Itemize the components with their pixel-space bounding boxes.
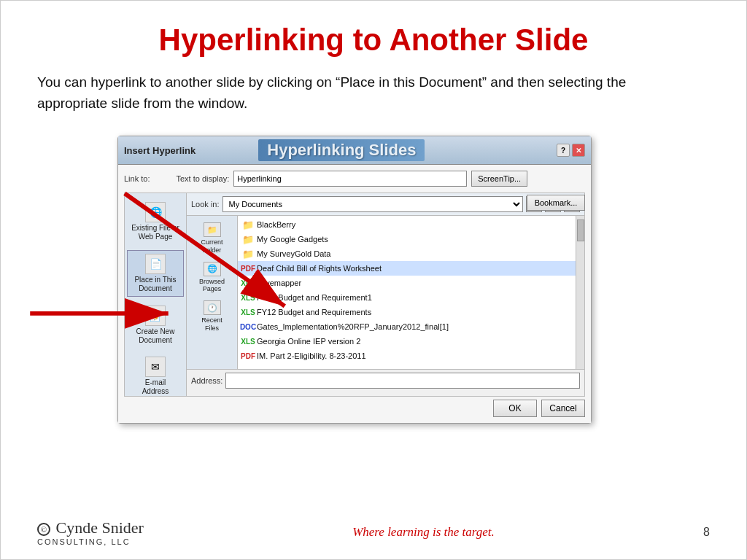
file-item-im-part2[interactable]: PDF IM. Part 2-Eligibility. 8-23-2011: [238, 349, 576, 363]
address-label: Address:: [191, 376, 222, 385]
dialog-blue-title: Hyperlinking Slides: [267, 141, 416, 159]
right-main: Look in: My Documents ⬆ 🔄 📂: [186, 192, 585, 397]
file-item-fy12-budget1[interactable]: XLS FY12 Budget and Requirement1: [238, 290, 576, 305]
word-icon: DOC: [242, 321, 254, 332]
logo-name-text: Cynde Snider: [56, 518, 144, 537]
look-in-select[interactable]: My Documents: [222, 196, 523, 212]
place-in-doc-icon: 📄: [145, 254, 166, 274]
link-to-label: Link to:: [124, 174, 150, 183]
existing-file-label: Existing File orWeb Page: [131, 224, 179, 241]
browsed-pages-nav[interactable]: 🌐 BrowsedPages: [189, 260, 236, 296]
file-name: My SurveyGold Data: [257, 249, 330, 258]
look-in-label: Look in:: [191, 200, 220, 209]
screentip-button[interactable]: ScreenTip...: [471, 171, 527, 187]
file-name: My Google Gadgets: [257, 235, 328, 244]
titlebar-left: Insert Hyperlink Hyperlinking Slides: [124, 139, 425, 161]
scrollbar[interactable]: [576, 216, 584, 369]
dialog-middle: 🌐 Existing File orWeb Page 📄 Place in Th…: [124, 192, 585, 397]
current-folder-nav[interactable]: 📁 CurrentFolder: [189, 220, 236, 257]
files-area: 📁 CurrentFolder 🌐 BrowsedPages 🕐 Recent: [187, 216, 584, 369]
files-list: 📁 BlackBerry 📁 My Google Gadgets 📁 My S: [238, 216, 576, 369]
right-buttons: Bookmark...: [527, 195, 585, 211]
dialog-titlebar: Insert Hyperlink Hyperlinking Slides ? ✕: [118, 136, 591, 165]
email-link[interactable]: ✉ E-mailAddress: [127, 354, 184, 399]
excel-icon: XLS: [242, 335, 254, 347]
pdf-icon: PDF: [242, 350, 254, 362]
create-new-icon: 📝: [145, 306, 166, 326]
file-name: Georgia Online IEP version 2: [257, 337, 360, 346]
browsed-pages-label: BrowsedPages: [199, 278, 225, 294]
file-name: drivemapper: [257, 279, 301, 287]
address-row: Address:: [191, 373, 580, 389]
dialog-buttons-row: OK Cancel: [124, 400, 585, 417]
folder-icon: 📁: [242, 233, 254, 245]
copyright-circle: ©: [37, 523, 50, 536]
file-name: FY12 Budget and Requirements: [257, 308, 371, 316]
dialog-window: Insert Hyperlink Hyperlinking Slides ? ✕…: [117, 136, 599, 424]
email-label: E-mailAddress: [142, 378, 169, 396]
place-in-doc-label: Place in ThisDocument: [134, 276, 176, 293]
file-name: IM. Part 2-Eligibility. 8-23-2011: [257, 351, 366, 360]
slide-body: You can hyperlink to another slide by cl…: [37, 72, 672, 114]
file-name: FY12 Budget and Requirement1: [257, 293, 372, 302]
excel-icon: XLS: [242, 306, 254, 318]
slide: Hyperlinking to Another Slide You can hy…: [0, 0, 747, 560]
recent-files-icon: 🕐: [204, 300, 221, 315]
create-new-label: Create NewDocument: [136, 327, 175, 345]
insert-hyperlink-dialog: Insert Hyperlink Hyperlinking Slides ? ✕…: [117, 136, 592, 424]
nav-sidebar: 📁 CurrentFolder 🌐 BrowsedPages 🕐 Recent: [187, 216, 238, 369]
footer-logo: © Cynde Snider CONSULTING, LLC: [37, 518, 144, 546]
browsed-pages-icon: 🌐: [204, 262, 221, 276]
recent-files-nav[interactable]: 🕐 RecentFiles: [189, 298, 236, 335]
top-row: Link to: Text to display: ScreenTip...: [124, 171, 585, 187]
file-item-google-gadgets[interactable]: 📁 My Google Gadgets: [238, 232, 576, 246]
email-icon: ✉: [145, 357, 166, 377]
footer-logo-sub: CONSULTING, LLC: [37, 537, 131, 546]
cancel-button[interactable]: Cancel: [541, 400, 585, 417]
page-number: 8: [703, 526, 710, 539]
close-button[interactable]: ✕: [572, 144, 585, 157]
recent-files-label: RecentFiles: [201, 316, 222, 332]
dialog-title: Insert Hyperlink: [124, 145, 196, 156]
scrollbar-thumb[interactable]: [577, 219, 584, 241]
existing-file-icon: 🌐: [145, 202, 166, 222]
file-name: Deaf Child Bill of Rights Worksheet: [257, 264, 382, 273]
text-to-display-input[interactable]: [233, 171, 467, 187]
current-folder-icon: 📁: [204, 222, 221, 237]
ok-button[interactable]: OK: [493, 400, 537, 417]
help-button[interactable]: ?: [557, 144, 570, 157]
footer-tagline: Where learning is the target.: [352, 525, 495, 540]
folder-icon: 📁: [242, 248, 254, 260]
bookmark-button[interactable]: Bookmark...: [527, 195, 585, 211]
address-input[interactable]: [225, 373, 580, 389]
existing-file-link[interactable]: 🌐 Existing File orWeb Page: [127, 199, 184, 244]
file-item-georgia[interactable]: XLS Georgia Online IEP version 2: [238, 334, 576, 349]
file-item-deaf-child[interactable]: PDF Deaf Child Bill of Rights Worksheet: [238, 261, 576, 276]
file-item-gates[interactable]: DOC Gates_Implementation%20RFP_January20…: [238, 319, 576, 334]
file-name: Gates_Implementation%20RFP_January2012_f…: [257, 322, 449, 331]
slide-footer: © Cynde Snider CONSULTING, LLC Where lea…: [1, 518, 746, 546]
file-item-fy12-budget2[interactable]: XLS FY12 Budget and Requirements: [238, 305, 576, 319]
file-item-surveygold[interactable]: 📁 My SurveyGold Data: [238, 246, 576, 261]
look-in-row: Look in: My Documents ⬆ 🔄 📂: [187, 193, 584, 216]
titlebar-controls: ? ✕: [557, 144, 585, 157]
excel-icon: XLS: [242, 292, 254, 303]
footer-logo-name: © Cynde Snider: [37, 518, 144, 537]
pdf-icon: PDF: [242, 262, 254, 274]
file-name: BlackBerry: [257, 220, 295, 229]
link-types-panel: 🌐 Existing File orWeb Page 📄 Place in Th…: [124, 192, 186, 397]
folder-icon: 📁: [242, 219, 254, 230]
excel-icon: XLS: [242, 277, 254, 289]
dialog-content: Link to: Text to display: ScreenTip... 🌐…: [118, 165, 591, 423]
dialog-bottom: Address:: [187, 369, 584, 396]
file-item-blackberry[interactable]: 📁 BlackBerry: [238, 217, 576, 232]
file-item-drivemapper[interactable]: XLS drivemapper: [238, 276, 576, 290]
current-folder-label: CurrentFolder: [201, 238, 222, 254]
slide-title: Hyperlinking to Another Slide: [37, 23, 710, 58]
place-in-doc-link[interactable]: 📄 Place in ThisDocument: [127, 250, 184, 297]
text-to-display-label: Text to display:: [176, 174, 229, 183]
create-new-link[interactable]: 📝 Create NewDocument: [127, 303, 184, 348]
